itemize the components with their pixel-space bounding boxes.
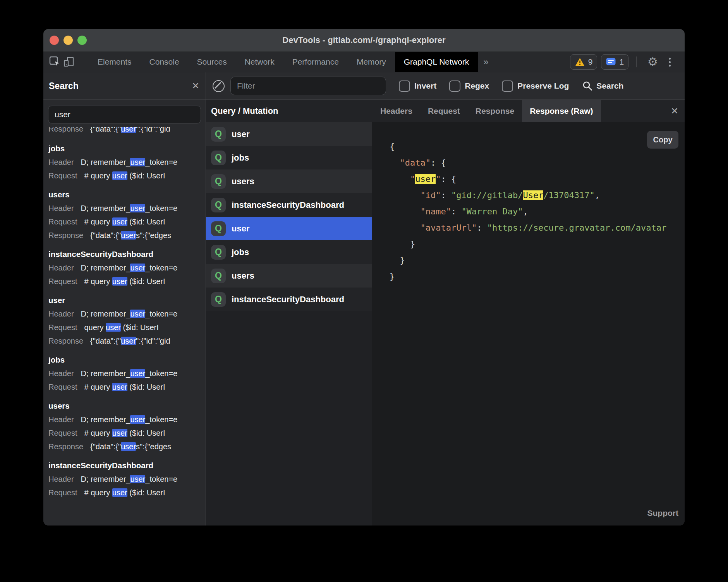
copy-button[interactable]: Copy xyxy=(647,131,678,149)
search-result-line[interactable]: Response{"data":{"users":{"edges xyxy=(48,440,201,454)
response-tabs: HeadersRequestResponseResponse (Raw) ✕ xyxy=(372,100,685,122)
partial-result-line: Response{"data":{"user":{"id":"gid xyxy=(48,127,201,137)
query-mutation-panel: Query / Mutation QuserQjobsQusersQinstan… xyxy=(206,100,372,526)
tab-network[interactable]: Network xyxy=(236,52,283,72)
checkbox-invert[interactable]: Invert xyxy=(399,80,436,92)
checkbox-preserve-log[interactable]: Preserve Log xyxy=(502,80,569,92)
search-result-line[interactable]: HeaderD; remember_user_token=e xyxy=(48,472,201,486)
tab-console[interactable]: Console xyxy=(141,52,188,72)
search-result-line[interactable]: Response{"data":{"users":{"edges xyxy=(48,229,201,242)
tab-performance[interactable]: Performance xyxy=(283,52,348,72)
search-result-line[interactable]: HeaderD; remember_user_token=e xyxy=(48,261,201,275)
json-line: { xyxy=(390,139,685,155)
result-section-title: users xyxy=(48,399,201,413)
search-result-line[interactable]: HeaderD; remember_user_token=e xyxy=(48,202,201,215)
search-result-line[interactable]: Request# query user ($id: UserI xyxy=(48,426,201,440)
search-close-icon[interactable]: ✕ xyxy=(192,81,199,91)
text-segment: s":{"edges xyxy=(136,231,171,240)
main-area: Search ✕ Response{"data":{"user":{"id":"… xyxy=(43,72,685,526)
tab-elements[interactable]: Elements xyxy=(89,52,141,72)
response-tab-response[interactable]: Response xyxy=(468,100,522,122)
text-segment: D; remember_ xyxy=(81,158,130,166)
screen: DevTools - gitlab.com/-/graphql-explorer… xyxy=(0,0,728,582)
query-list-item[interactable]: QinstanceSecurityDashboard xyxy=(206,288,372,311)
tab-graphql-network[interactable]: GraphQL Network xyxy=(395,52,478,72)
search-panel-title: Search xyxy=(43,81,79,91)
search-result-line[interactable]: Request# query user ($id: UserI xyxy=(48,486,201,500)
json-token: : xyxy=(477,223,487,233)
search-result-line[interactable]: HeaderD; remember_user_token=e xyxy=(48,156,201,169)
detail-close-icon[interactable]: ✕ xyxy=(671,106,678,116)
json-line: "name": "Warren Day", xyxy=(390,204,685,220)
query-list-item[interactable]: Quser xyxy=(206,122,372,146)
search-result-line[interactable]: Requestquery user ($id: UserI xyxy=(48,321,201,334)
query-name: user xyxy=(232,129,249,139)
search-result-line[interactable]: Request# query user ($id: UserI xyxy=(48,215,201,229)
checkbox-box[interactable] xyxy=(399,80,410,92)
query-type-badge: Q xyxy=(211,127,226,142)
search-result-line[interactable]: Request# query user ($id: UserI xyxy=(48,275,201,288)
result-section-title: user xyxy=(48,293,201,307)
checkbox-label: Preserve Log xyxy=(517,81,569,91)
query-list-item[interactable]: Quser xyxy=(206,217,372,240)
support-link[interactable]: Support xyxy=(647,508,678,518)
query-list-item[interactable]: Qjobs xyxy=(206,240,372,264)
tab-sources[interactable]: Sources xyxy=(188,52,236,72)
query-list-item[interactable]: Qusers xyxy=(206,169,372,193)
settings-gear-icon[interactable]: ⚙ xyxy=(644,56,661,68)
search-input[interactable] xyxy=(48,110,201,119)
checkbox-label: Regex xyxy=(465,81,489,91)
message-icon xyxy=(606,57,616,67)
device-toolbar-icon[interactable] xyxy=(62,54,76,70)
search-result-line[interactable]: HeaderD; remember_user_token=e xyxy=(48,307,201,321)
checkbox-box[interactable] xyxy=(502,80,513,92)
query-type-badge: Q xyxy=(211,245,226,260)
search-match-highlight: user xyxy=(112,277,127,286)
tab-memory[interactable]: Memory xyxy=(348,52,395,72)
result-line-label: Request xyxy=(48,429,77,437)
search-icon xyxy=(582,80,593,91)
search-result-line[interactable]: Request# query user ($id: UserI xyxy=(48,380,201,394)
inspect-element-icon[interactable] xyxy=(48,54,62,70)
search-match-highlight: user xyxy=(130,415,145,424)
checkbox-box[interactable] xyxy=(449,80,460,92)
result-line-label: Request xyxy=(48,323,77,332)
response-tab-headers[interactable]: Headers xyxy=(373,100,420,122)
search-result-line[interactable]: Request# query user ($id: UserI xyxy=(48,169,201,183)
json-token: : xyxy=(441,190,451,200)
window-title: DevTools - gitlab.com/-/graphql-explorer xyxy=(43,35,685,45)
search-result-line[interactable]: Response{"data":{"user":{"id":"gid xyxy=(48,127,201,136)
badges-divider xyxy=(636,56,637,67)
response-raw-content: {"data": {"user": {"id": "gid://gitlab/U… xyxy=(372,122,685,526)
warnings-badge[interactable]: 9 xyxy=(570,54,598,70)
search-result-line[interactable]: HeaderD; remember_user_token=e xyxy=(48,367,201,380)
checkbox-regex[interactable]: Regex xyxy=(449,80,489,92)
query-list-item[interactable]: Qusers xyxy=(206,264,372,288)
filter-input[interactable] xyxy=(231,81,386,91)
text-segment: D; remember_ xyxy=(81,204,130,212)
search-match-highlight: user xyxy=(130,310,145,318)
search-result-line[interactable]: HeaderD; remember_user_token=e xyxy=(48,413,201,426)
text-segment: # query xyxy=(84,277,112,286)
warnings-count: 9 xyxy=(588,57,593,67)
response-tab-response-raw-[interactable]: Response (Raw) xyxy=(522,100,601,122)
text-segment: ($id: UserI xyxy=(127,217,165,226)
search-toggle-label: Search xyxy=(596,81,623,91)
clear-log-icon[interactable] xyxy=(213,80,225,92)
kebab-menu-icon[interactable] xyxy=(665,58,675,67)
json-line: "id": "gid://gitlab/User/13704317", xyxy=(390,187,685,204)
search-result-line[interactable]: Response{"data":{"user":{"id":"gid xyxy=(48,334,201,348)
query-list-item[interactable]: QinstanceSecurityDashboard xyxy=(206,193,372,217)
more-tabs-chevron-icon[interactable]: » xyxy=(478,56,494,67)
result-line-label: Request xyxy=(48,217,77,226)
search-match-highlight: user xyxy=(130,158,145,166)
query-list-item[interactable]: Qjobs xyxy=(206,146,372,169)
search-toggle[interactable]: Search xyxy=(582,80,623,91)
json-line: } xyxy=(390,236,685,252)
issues-badge[interactable]: 1 xyxy=(601,54,628,70)
text-segment: D; remember_ xyxy=(81,475,130,483)
checkbox-label: Invert xyxy=(414,81,436,91)
response-tab-request[interactable]: Request xyxy=(420,100,468,122)
text-segment: _token=e xyxy=(145,158,177,166)
result-line-label: Request xyxy=(48,277,77,286)
